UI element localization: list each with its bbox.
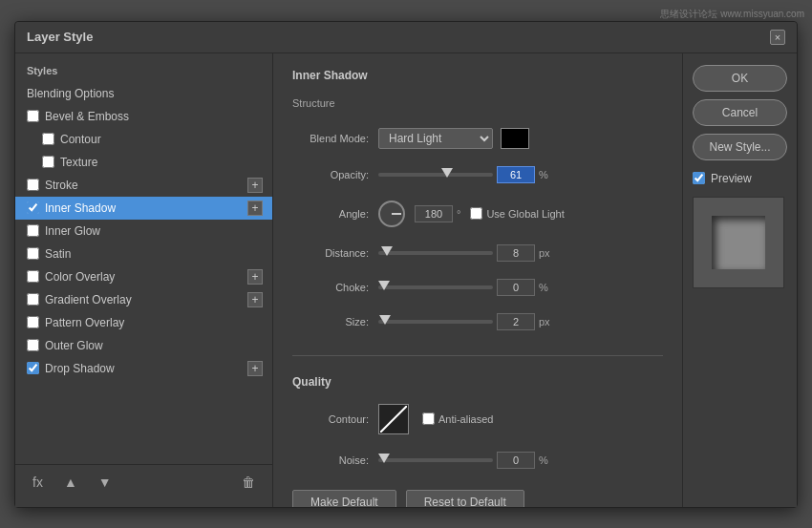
use-global-light-text: Use Global Light xyxy=(486,208,564,220)
blend-color-swatch[interactable] xyxy=(501,128,529,149)
angle-input[interactable] xyxy=(415,205,453,222)
layer-style-dialog: Layer Style × Styles Blending Options Be… xyxy=(14,21,798,508)
stroke-checkbox[interactable] xyxy=(27,179,39,191)
angle-indicator xyxy=(392,213,401,215)
main-content: Inner Shadow Structure Blend Mode: Hard … xyxy=(273,53,682,507)
blend-mode-label: Blend Mode: xyxy=(292,133,369,144)
contour-preview[interactable] xyxy=(378,404,409,434)
blend-mode-row: Blend Mode: Hard Light Normal Multiply S… xyxy=(292,128,663,149)
choke-label: Choke: xyxy=(292,282,369,293)
distance-unit: px xyxy=(539,247,550,259)
drop-shadow-checkbox[interactable] xyxy=(27,362,39,374)
choke-input[interactable] xyxy=(497,279,535,296)
sidebar-item-outer-glow[interactable]: Outer Glow xyxy=(15,334,272,357)
dialog-titlebar: Layer Style × xyxy=(15,22,797,53)
ok-button[interactable]: OK xyxy=(693,65,787,92)
pattern-overlay-checkbox[interactable] xyxy=(27,316,39,328)
use-global-light-label[interactable]: Use Global Light xyxy=(470,207,564,220)
gradient-overlay-label: Gradient Overlay xyxy=(45,293,132,306)
texture-checkbox[interactable] xyxy=(42,156,54,168)
sidebar-item-bevel-emboss[interactable]: Bevel & Emboss xyxy=(15,105,272,128)
sidebar-item-contour[interactable]: Contour xyxy=(15,128,272,151)
watermark: 思绪设计论坛 www.missyuan.com xyxy=(660,8,804,21)
new-style-button[interactable]: New Style... xyxy=(693,134,787,160)
size-label: Size: xyxy=(292,316,369,327)
move-up-button[interactable]: ▲ xyxy=(58,473,83,492)
delete-button[interactable]: 🗑 xyxy=(236,473,261,492)
satin-checkbox[interactable] xyxy=(27,247,39,260)
action-row: Make Default Reset to Default xyxy=(292,490,663,507)
outer-glow-checkbox[interactable] xyxy=(27,339,39,351)
choke-slider[interactable] xyxy=(378,285,493,289)
distance-row: Distance: px xyxy=(292,244,663,262)
angle-circle[interactable] xyxy=(378,201,405,227)
sidebar-item-color-overlay[interactable]: Color Overlay + xyxy=(15,265,272,288)
quality-title: Quality xyxy=(292,375,663,389)
gradient-overlay-add-button[interactable]: + xyxy=(247,292,263,307)
distance-slider-container xyxy=(378,245,493,261)
section-divider xyxy=(292,355,663,356)
inner-shadow-checkbox[interactable] xyxy=(27,201,39,214)
gradient-overlay-checkbox[interactable] xyxy=(27,293,39,306)
section-title: Inner Shadow xyxy=(292,69,663,82)
bevel-emboss-checkbox[interactable] xyxy=(27,110,39,122)
preview-canvas xyxy=(693,197,784,288)
noise-unit: % xyxy=(539,454,548,466)
dialog-body: Styles Blending Options Bevel & Emboss C… xyxy=(15,53,797,507)
dialog-title: Layer Style xyxy=(27,30,93,44)
close-button[interactable]: × xyxy=(770,30,785,45)
preview-inner xyxy=(712,216,765,269)
size-unit: px xyxy=(539,316,550,327)
contour-label: Contour: xyxy=(292,413,369,425)
sidebar-item-stroke[interactable]: Stroke + xyxy=(15,174,272,197)
color-overlay-add-button[interactable]: + xyxy=(247,269,263,285)
noise-input[interactable] xyxy=(497,452,535,469)
stroke-label: Stroke xyxy=(45,179,78,192)
sidebar-item-gradient-overlay[interactable]: Gradient Overlay + xyxy=(15,288,272,311)
sidebar-item-satin[interactable]: Satin xyxy=(15,243,272,265)
move-down-button[interactable]: ▼ xyxy=(93,473,118,492)
use-global-light-checkbox[interactable] xyxy=(470,207,482,220)
color-overlay-label: Color Overlay xyxy=(45,270,115,284)
satin-label: Satin xyxy=(45,247,71,261)
fx-button[interactable]: fx xyxy=(27,473,49,492)
reset-to-default-button[interactable]: Reset to Default xyxy=(406,490,524,507)
noise-slider[interactable] xyxy=(378,458,493,462)
color-overlay-checkbox[interactable] xyxy=(27,270,39,283)
size-slider[interactable] xyxy=(378,320,493,324)
anti-aliased-checkbox[interactable] xyxy=(422,412,435,425)
distance-slider[interactable] xyxy=(378,251,493,255)
angle-unit: ° xyxy=(457,208,460,220)
opacity-slider[interactable] xyxy=(378,173,493,177)
make-default-button[interactable]: Make Default xyxy=(292,490,396,507)
stroke-add-button[interactable]: + xyxy=(247,178,263,193)
inner-glow-checkbox[interactable] xyxy=(27,224,39,237)
sidebar-item-blending-options[interactable]: Blending Options xyxy=(15,82,272,105)
opacity-input[interactable] xyxy=(497,166,535,183)
outer-glow-label: Outer Glow xyxy=(45,339,103,352)
preview-label-row: Preview xyxy=(693,172,787,185)
inner-glow-label: Inner Glow xyxy=(45,224,100,238)
anti-aliased-label[interactable]: Anti-aliased xyxy=(422,412,493,425)
contour-checkbox[interactable] xyxy=(42,133,54,145)
noise-row: Noise: % xyxy=(292,452,663,469)
opacity-row: Opacity: % xyxy=(292,166,663,183)
sidebar-item-pattern-overlay[interactable]: Pattern Overlay xyxy=(15,311,272,334)
sidebar-item-inner-glow[interactable]: Inner Glow xyxy=(15,220,272,243)
angle-label: Angle: xyxy=(292,208,369,220)
preview-checkbox[interactable] xyxy=(693,172,705,184)
noise-slider-container xyxy=(378,453,493,468)
drop-shadow-label: Drop Shadow xyxy=(45,362,115,375)
cancel-button[interactable]: Cancel xyxy=(693,99,787,126)
distance-input[interactable] xyxy=(497,244,535,262)
noise-label: Noise: xyxy=(292,454,369,466)
sidebar-item-inner-shadow[interactable]: Inner Shadow + xyxy=(15,197,272,220)
inner-shadow-add-button[interactable]: + xyxy=(247,201,263,216)
blend-mode-select[interactable]: Hard Light Normal Multiply Screen Overla… xyxy=(378,128,493,149)
drop-shadow-add-button[interactable]: + xyxy=(247,361,263,376)
anti-aliased-text: Anti-aliased xyxy=(438,413,493,425)
size-input[interactable] xyxy=(497,313,535,330)
choke-unit: % xyxy=(539,282,548,293)
sidebar-item-drop-shadow[interactable]: Drop Shadow + xyxy=(15,357,272,380)
sidebar-item-texture[interactable]: Texture xyxy=(15,151,272,174)
